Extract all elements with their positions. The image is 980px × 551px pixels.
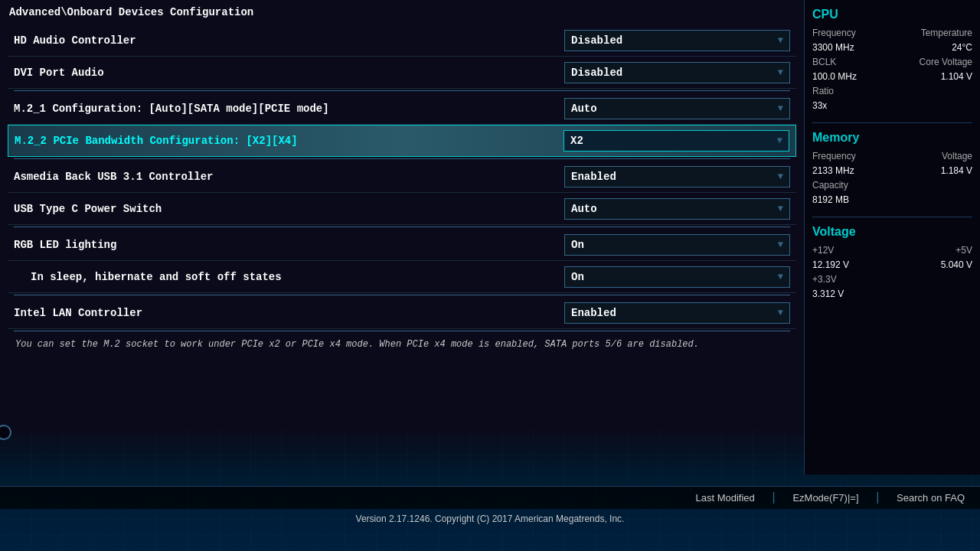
setting-dropdown-hd-audio[interactable]: Disabled ▼	[564, 30, 790, 51]
voltage-section: Voltage +12V +5V 12.192 V 5.040 V +3.3V …	[812, 225, 972, 299]
separator-4	[14, 295, 790, 295]
setting-row-m2-1: M.2_1 Configuration: [Auto][SATA mode][P…	[8, 93, 796, 125]
breadcrumb: Advanced\Onboard Devices Configuration	[0, 0, 804, 24]
main-panel: Advanced\Onboard Devices Configuration H…	[0, 0, 804, 497]
memory-capacity-row: Capacity	[812, 180, 972, 191]
voltage-5-value: 5.040 V	[941, 259, 972, 270]
voltage-12-value: 12.192 V	[812, 259, 849, 270]
chevron-down-icon-intel-lan: ▼	[778, 308, 783, 318]
separator-icon-1: |	[770, 491, 778, 505]
memory-capacity-value-row: 8192 MB	[812, 194, 972, 205]
memory-capacity-label: Capacity	[812, 180, 848, 191]
cpu-bclk-value: 100.0 MHz	[812, 71, 857, 82]
setting-dropdown-usb-type-c[interactable]: Auto ▼	[564, 198, 790, 220]
cpu-frequency-row: Frequency Temperature	[812, 28, 972, 38]
ezmode-label[interactable]: EzMode(F7)|=]	[792, 492, 858, 504]
cpu-title: CPU	[812, 8, 972, 21]
cpu-core-voltage-label: Core Voltage	[920, 57, 972, 67]
voltage-33-label: +3.3V	[812, 274, 837, 285]
search-faq-label[interactable]: Search on FAQ	[897, 492, 965, 504]
setting-dropdown-intel-lan[interactable]: Enabled ▼	[564, 302, 790, 324]
setting-dropdown-rgb-led[interactable]: On ▼	[564, 234, 790, 256]
separator-1	[14, 90, 790, 91]
setting-label-hd-audio: HD Audio Controller	[14, 34, 564, 47]
chevron-down-icon-asmedia-usb: ▼	[778, 171, 783, 182]
setting-row-m2-2: M.2_2 PCIe Bandwidth Configuration: [X2]…	[8, 125, 796, 157]
setting-label-usb-type-c: USB Type C Power Switch	[14, 203, 564, 215]
panel-divider-2	[812, 217, 972, 217]
memory-frequency-value: 2133 MHz	[812, 165, 854, 176]
cpu-core-voltage-value: 1.104 V	[941, 71, 972, 82]
cpu-frequency-value: 3300 MHz	[812, 42, 854, 53]
voltage-12-row: +12V +5V	[812, 245, 972, 256]
setting-label-intel-lan: Intel LAN Controller	[14, 307, 564, 319]
last-modified-label: Last Modified	[695, 492, 754, 504]
settings-area: HD Audio Controller Disabled ▼ DVI Port …	[0, 24, 804, 356]
setting-dropdown-dvi-audio[interactable]: Disabled ▼	[564, 62, 790, 83]
memory-section: Memory Frequency Voltage 2133 MHz 1.184 …	[812, 131, 972, 205]
cpu-frequency-label: Frequency	[812, 28, 856, 38]
cpu-bclk-label: BCLK	[812, 57, 836, 67]
setting-value-intel-lan: Enabled	[571, 307, 616, 319]
chevron-down-icon-usb-type-c: ▼	[778, 204, 783, 214]
setting-label-sleep-rgb: In sleep, hibernate and soft off states	[31, 271, 564, 283]
setting-label-m2-2: M.2_2 PCIe Bandwidth Configuration: [X2]…	[15, 135, 564, 147]
copyright-text: Version 2.17.1246. Copyright (C) 2017 Am…	[356, 514, 625, 524]
setting-row-intel-lan: Intel LAN Controller Enabled ▼	[8, 297, 796, 329]
cpu-ratio-value: 33x	[812, 100, 827, 111]
memory-capacity-value: 8192 MB	[812, 194, 849, 205]
memory-frequency-label: Frequency	[812, 151, 856, 161]
separator-icon-2: |	[874, 491, 882, 505]
cpu-temperature-value: 24°C	[952, 42, 972, 53]
separator-3	[14, 227, 790, 227]
setting-dropdown-m2-2[interactable]: X2 ▼	[564, 130, 789, 152]
setting-label-m2-1: M.2_1 Configuration: [Auto][SATA mode][P…	[14, 103, 564, 115]
setting-value-asmedia-usb: Enabled	[571, 171, 616, 183]
voltage-33-row: +3.3V	[812, 274, 972, 285]
setting-label-asmedia-usb: Asmedia Back USB 3.1 Controller	[14, 171, 564, 183]
cpu-ratio-row: Ratio	[812, 86, 972, 96]
cpu-ratio-label: Ratio	[812, 86, 834, 96]
voltage-33-value-row: 3.312 V	[812, 289, 972, 299]
separator-5	[14, 331, 790, 331]
info-text: You can set the M.2 socket to work under…	[8, 333, 796, 356]
right-panel: CPU Frequency Temperature 3300 MHz 24°C …	[804, 0, 980, 474]
setting-value-usb-type-c: Auto	[571, 203, 597, 215]
setting-value-m2-1: Auto	[571, 103, 597, 115]
voltage-12-value-row: 12.192 V 5.040 V	[812, 259, 972, 270]
setting-value-rgb-led: On	[571, 239, 584, 251]
panel-divider-1	[812, 122, 972, 123]
memory-freq-row: Frequency Voltage	[812, 151, 972, 161]
separator-2	[14, 158, 790, 159]
setting-value-m2-2: X2	[570, 135, 583, 147]
bottom-bar: Last Modified | EzMode(F7)|=] | Search o…	[0, 486, 980, 509]
setting-value-hd-audio: Disabled	[571, 34, 622, 47]
setting-dropdown-sleep-rgb[interactable]: On ▼	[564, 266, 790, 288]
voltage-12-label: +12V	[812, 245, 834, 256]
cpu-section: CPU Frequency Temperature 3300 MHz 24°C …	[812, 8, 972, 111]
setting-dropdown-m2-1[interactable]: Auto ▼	[564, 98, 790, 119]
cpu-bclk-value-row: 100.0 MHz 1.104 V	[812, 71, 972, 82]
voltage-5-label: +5V	[956, 245, 972, 256]
copyright-bar: Version 2.17.1246. Copyright (C) 2017 Am…	[0, 509, 980, 528]
setting-row-asmedia-usb: Asmedia Back USB 3.1 Controller Enabled …	[8, 161, 796, 193]
setting-label-dvi-audio: DVI Port Audio	[14, 67, 564, 79]
setting-row-dvi-audio: DVI Port Audio Disabled ▼	[8, 57, 796, 89]
setting-value-dvi-audio: Disabled	[571, 67, 622, 79]
memory-voltage-label: Voltage	[942, 151, 972, 161]
setting-row-rgb-led: RGB LED lighting On ▼	[8, 229, 796, 261]
voltage-title: Voltage	[812, 225, 972, 239]
chevron-down-icon-rgb-led: ▼	[778, 240, 783, 250]
setting-dropdown-asmedia-usb[interactable]: Enabled ▼	[564, 166, 790, 187]
memory-voltage-value: 1.184 V	[941, 165, 972, 176]
setting-row-sleep-rgb: In sleep, hibernate and soft off states …	[8, 261, 796, 293]
cpu-temperature-label: Temperature	[921, 28, 972, 38]
cpu-frequency-value-row: 3300 MHz 24°C	[812, 42, 972, 53]
chevron-down-icon-dvi-audio: ▼	[778, 67, 783, 78]
voltage-33-value: 3.312 V	[812, 289, 844, 299]
chevron-down-icon-hd-audio: ▼	[778, 35, 783, 46]
cpu-bclk-row: BCLK Core Voltage	[812, 57, 972, 67]
chevron-down-icon-sleep-rgb: ▼	[778, 272, 783, 282]
setting-value-sleep-rgb: On	[571, 271, 584, 283]
setting-row-hd-audio: HD Audio Controller Disabled ▼	[8, 24, 796, 57]
